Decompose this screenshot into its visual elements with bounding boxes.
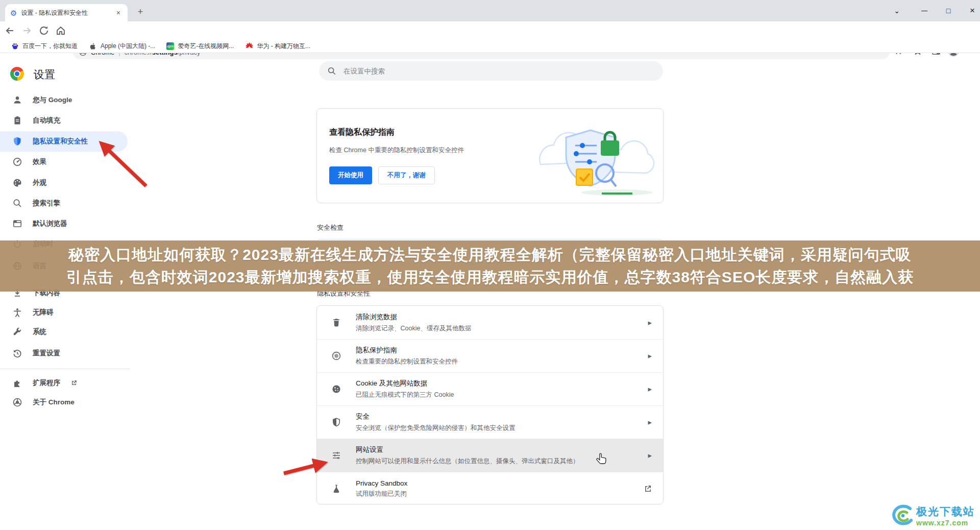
red-arrow-to-site-settings bbox=[280, 456, 333, 477]
tab-strip: ⚙ 设置 - 隐私设置和安全性 × + ⌄ — □ × bbox=[0, 0, 980, 21]
external-link-icon bbox=[70, 379, 78, 387]
home-icon[interactable] bbox=[55, 25, 66, 36]
row-title: 安全 bbox=[356, 412, 516, 421]
row-title: 网站设置 bbox=[356, 445, 579, 454]
baidu-paw-icon bbox=[11, 42, 19, 51]
row-title: Cookie 及其他网站数据 bbox=[356, 379, 454, 388]
red-arrow-to-sidebar bbox=[92, 136, 152, 191]
clipboard-icon bbox=[12, 115, 22, 126]
row-clear-browsing-data[interactable]: 清除浏览数据清除浏览记录、Cookie、缓存及其他数据 ▸ bbox=[317, 306, 663, 339]
chevron-right-icon: ▸ bbox=[648, 351, 652, 360]
bookmark-label: 百度一下，你就知道 bbox=[22, 42, 78, 51]
back-icon[interactable] bbox=[4, 25, 15, 36]
shield-outline-icon bbox=[331, 417, 341, 427]
iqiyi-icon: iQIYI bbox=[166, 42, 174, 50]
bookmark-label: Apple (中国大陆) -... bbox=[101, 42, 155, 51]
sidebar-item-label: 重置设置 bbox=[33, 349, 60, 358]
apple-logo-icon bbox=[89, 42, 97, 51]
new-tab-button[interactable]: + bbox=[134, 5, 147, 18]
active-tab[interactable]: ⚙ 设置 - 隐私设置和安全性 × bbox=[5, 4, 128, 21]
tab-search-caret-icon[interactable]: ⌄ bbox=[886, 0, 908, 21]
sidebar-item-label: 外观 bbox=[33, 178, 46, 187]
sidebar-item-autofill[interactable]: 自动填充 bbox=[0, 110, 128, 131]
tab-title: 设置 - 隐私设置和安全性 bbox=[21, 9, 110, 17]
sidebar-item-extensions[interactable]: 扩展程序 bbox=[0, 373, 128, 393]
sidebar-item-label: 扩展程序 bbox=[33, 378, 60, 388]
row-subtitle: 控制网站可以使用和显示什么信息（如位置信息、摄像头、弹出式窗口及其他） bbox=[356, 457, 579, 466]
flask-icon bbox=[331, 484, 341, 494]
search-icon bbox=[327, 66, 336, 76]
row-title: 清除浏览数据 bbox=[356, 312, 471, 322]
shield-icon bbox=[12, 136, 22, 147]
row-title: Privacy Sandbox bbox=[356, 479, 407, 487]
sidebar-item-you-and-google[interactable]: 您与 Google bbox=[0, 90, 128, 110]
row-subtitle: 检查重要的隐私控制设置和安全控件 bbox=[356, 357, 458, 366]
sidebar-item-accessibility[interactable]: 无障碍 bbox=[0, 302, 128, 323]
window-close-button[interactable]: × bbox=[961, 0, 980, 21]
huawei-flower-icon bbox=[245, 42, 253, 51]
speedometer-icon bbox=[12, 157, 22, 167]
chevron-right-icon: ▸ bbox=[648, 318, 652, 327]
bookmark-baidu[interactable]: 百度一下，你就知道 bbox=[6, 41, 82, 52]
watermark-site-url: www.xz7.com bbox=[916, 519, 975, 527]
watermark: 极光下载站 www.xz7.com bbox=[888, 503, 975, 528]
sidebar-item-label: 系统 bbox=[33, 327, 46, 336]
guide-card-title: 查看隐私保护指南 bbox=[329, 127, 395, 138]
chevron-right-icon: ▸ bbox=[648, 418, 652, 427]
sidebar-item-search-engine[interactable]: 搜索引擎 bbox=[0, 193, 128, 213]
sidebar-item-label: 隐私设置和安全性 bbox=[33, 137, 88, 146]
aurora-swirl-icon bbox=[888, 503, 914, 528]
row-security[interactable]: 安全安全浏览（保护您免受危险网站的侵害）和其他安全设置 ▸ bbox=[317, 405, 663, 439]
page-title: 设置 bbox=[34, 67, 55, 82]
forward-icon[interactable] bbox=[21, 25, 33, 36]
sidebar-item-label: 效果 bbox=[33, 157, 46, 166]
section-label-security-check: 安全检查 bbox=[317, 223, 344, 232]
bookmark-iqiyi[interactable]: iQIYI 爱奇艺-在线视频网... bbox=[162, 41, 238, 52]
settings-search[interactable] bbox=[319, 61, 663, 81]
no-thanks-button[interactable]: 不用了，谢谢 bbox=[378, 166, 435, 184]
row-cookies[interactable]: Cookie 及其他网站数据已阻止无痕模式下的第三方 Cookie ▸ bbox=[317, 372, 663, 405]
bookmark-huawei[interactable]: 华为 - 构建万物互... bbox=[240, 41, 315, 52]
trash-icon bbox=[331, 318, 341, 328]
accessibility-icon bbox=[12, 307, 22, 318]
search-input[interactable] bbox=[342, 67, 655, 76]
window-maximize-button[interactable]: □ bbox=[937, 0, 960, 21]
sidebar-item-label: 无障碍 bbox=[33, 308, 54, 317]
watermark-site-name: 极光下载站 bbox=[916, 504, 975, 519]
tab-close-icon[interactable]: × bbox=[114, 8, 122, 17]
bookmarks-bar: 百度一下，你就知道 Apple (中国大陆) -... iQIYI 爱奇艺-在线… bbox=[0, 40, 980, 53]
bookmark-label: 华为 - 构建万物互... bbox=[257, 42, 310, 51]
settings-gear-favicon-icon: ⚙ bbox=[10, 9, 17, 17]
sidebar-item-label: 您与 Google bbox=[33, 95, 72, 105]
sidebar-item-default-browser[interactable]: 默认浏览器 bbox=[0, 213, 128, 234]
browser-window-icon bbox=[12, 219, 22, 229]
row-subtitle: 试用版功能已关闭 bbox=[356, 490, 407, 498]
bookmark-apple[interactable]: Apple (中国大陆) -... bbox=[84, 41, 160, 52]
hand-cursor-icon bbox=[595, 452, 609, 468]
sidebar-item-label: 关于 Chrome bbox=[33, 398, 75, 407]
reload-icon[interactable] bbox=[38, 25, 50, 36]
chevron-right-icon: ▸ bbox=[648, 384, 652, 394]
window-minimize-button[interactable]: — bbox=[913, 0, 936, 21]
row-privacy-guide[interactable]: 隐私保护指南检查重要的隐私控制设置和安全控件 ▸ bbox=[317, 339, 663, 372]
get-started-button[interactable]: 开始使用 bbox=[329, 166, 372, 184]
open-external-icon bbox=[644, 485, 652, 493]
privacy-settings-card: 清除浏览数据清除浏览记录、Cookie、缓存及其他数据 ▸ 隐私保护指南检查重要… bbox=[316, 305, 664, 504]
privacy-guide-illustration bbox=[525, 116, 656, 197]
sidebar-item-about-chrome[interactable]: 关于 Chrome bbox=[0, 392, 128, 413]
row-site-settings[interactable]: 网站设置控制网站可以使用和显示什么信息（如位置信息、摄像头、弹出式窗口及其他） … bbox=[317, 439, 663, 472]
browser-window: ⚙ 设置 - 隐私设置和安全性 × + ⌄ — □ × Chrome | chr… bbox=[0, 0, 980, 530]
row-privacy-sandbox[interactable]: Privacy Sandbox试用版功能已关闭 bbox=[317, 472, 663, 504]
chrome-outline-icon bbox=[12, 397, 22, 407]
sidebar-item-label: 默认浏览器 bbox=[33, 219, 67, 228]
palette-icon bbox=[12, 178, 22, 188]
wrench-icon bbox=[12, 327, 22, 337]
row-subtitle: 清除浏览记录、Cookie、缓存及其他数据 bbox=[356, 324, 471, 333]
seo-text-banner: 秘密入口地址如何获取？2023最新在线生成方法与安全使用教程全解析（完整保留秘密… bbox=[0, 240, 980, 292]
magnifier-icon bbox=[12, 198, 22, 208]
sidebar-item-reset[interactable]: 重置设置 bbox=[0, 343, 128, 364]
person-icon bbox=[12, 95, 22, 105]
row-subtitle: 安全浏览（保护您免受危险网站的侵害）和其他安全设置 bbox=[356, 424, 516, 432]
sidebar-item-system[interactable]: 系统 bbox=[0, 322, 128, 342]
sidebar-divider bbox=[0, 369, 130, 369]
